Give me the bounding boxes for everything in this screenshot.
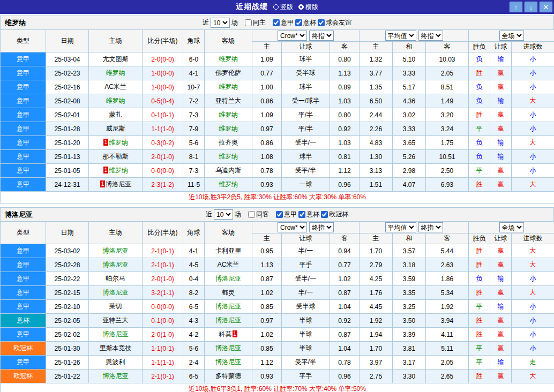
same-venue-filter[interactable]: 同主 — [245, 18, 266, 27]
column-header: 类型 — [1, 222, 46, 244]
team-name[interactable]: 都灵 — [222, 289, 235, 296]
match-row: 意甲25-01-051维罗纳0-0(0-0)7-3乌迪内斯0.78受平/半1.1… — [1, 164, 554, 178]
close-button[interactable]: ✕ — [540, 2, 552, 12]
team-name[interactable]: 维罗纳 — [219, 153, 238, 160]
team-name[interactable]: 博洛尼亚 — [215, 358, 241, 366]
view-option-vertical[interactable]: 竖版 — [273, 3, 293, 12]
scope-select[interactable]: 全场 — [499, 31, 524, 41]
team-name[interactable]: 科莫 — [219, 330, 232, 338]
match-date: 25-02-05 — [46, 314, 89, 328]
team-name[interactable]: 维罗纳 — [219, 83, 238, 91]
team-name[interactable]: 维罗纳 — [106, 69, 125, 77]
team-name[interactable]: 莱切 — [109, 303, 122, 310]
team-name[interactable]: 乌迪内斯 — [215, 167, 241, 174]
league-filter-serie-a[interactable]: 意甲 — [276, 210, 297, 219]
team-name[interactable]: 恩波利 — [106, 358, 125, 366]
team-name[interactable]: 佛罗伦萨 — [215, 69, 241, 77]
average-stage-select[interactable]: 终指 — [418, 222, 443, 232]
league-checkbox[interactable] — [295, 19, 302, 26]
team-name[interactable]: 尤文图斯 — [103, 55, 129, 63]
away-team-cell: 维罗纳 — [205, 80, 252, 94]
team-name[interactable]: 维罗纳 — [219, 180, 238, 188]
league-checkbox[interactable] — [276, 211, 283, 218]
match-date: 25-01-05 — [46, 164, 89, 178]
odds-value: 1.09 — [252, 108, 282, 122]
corner-count: 4-1 — [183, 244, 205, 258]
team-name[interactable]: 亚特兰大 — [103, 316, 129, 324]
bookmaker-stage-select[interactable]: 终指 — [309, 31, 334, 41]
summary-row: 近10场,胜3平2负5, 胜率:30% 让胜率:60% 大率:30% 单率:60… — [1, 192, 554, 203]
league-filter-friendly[interactable]: 球会友谊 — [318, 18, 351, 27]
league-filter-ucl[interactable]: 欧冠杯 — [321, 210, 348, 219]
league-checkbox[interactable] — [318, 19, 325, 26]
outcome-goals: 大 — [512, 258, 554, 272]
league-badge: 意甲 — [1, 136, 46, 150]
average-stage-select[interactable]: 终指 — [418, 31, 443, 41]
scroll-down-button[interactable]: ↓ — [525, 2, 537, 12]
team-name[interactable]: 博洛尼亚 — [215, 303, 241, 310]
home-team-cell: 帕尔马 — [89, 272, 143, 286]
team-name[interactable]: 博洛尼亚 — [215, 316, 241, 324]
team-name[interactable]: 博洛尼亚 — [103, 289, 129, 296]
team-name[interactable]: 威尼斯 — [106, 125, 125, 132]
odds-value: 1.13 — [330, 66, 360, 80]
team-name[interactable]: 维罗纳 — [109, 167, 128, 174]
team-name[interactable]: 维罗纳 — [106, 97, 125, 104]
team-name[interactable]: 博洛尼亚 — [215, 275, 241, 282]
league-filter-serie-a[interactable]: 意甲 — [273, 18, 294, 27]
team-name[interactable]: 博洛尼亚 — [106, 180, 131, 188]
same-venue-checkbox[interactable] — [248, 211, 255, 218]
odds-value: 6.50 — [360, 94, 393, 108]
team-name[interactable]: 里斯本竞技 — [100, 344, 132, 352]
match-count-select[interactable]: 10 — [211, 18, 230, 28]
league-filter-italy-cup[interactable]: 意杯 — [295, 18, 316, 27]
team-name[interactable]: 卡利亚里 — [215, 247, 241, 254]
view-option-label: 横版 — [305, 3, 318, 12]
scope-select[interactable]: 全场 — [499, 222, 524, 232]
team-name[interactable]: 维罗纳 — [219, 125, 238, 132]
average-select[interactable]: 平均值 — [385, 31, 416, 41]
team-name[interactable]: 维罗纳 — [219, 111, 238, 118]
team-name[interactable]: 维罗纳 — [219, 55, 238, 63]
bookmaker-select[interactable]: Crow* — [278, 31, 307, 41]
team-name[interactable]: 博洛尼亚 — [103, 372, 129, 380]
team-name[interactable]: 博洛尼亚 — [103, 330, 129, 338]
league-checkbox[interactable] — [321, 211, 328, 218]
match-row: 意甲25-01-13那不勒斯2-0(1-0)8-1维罗纳1.08球半0.811.… — [1, 150, 554, 164]
league-checkbox[interactable] — [273, 19, 280, 26]
average-select[interactable]: 平均值 — [385, 222, 416, 232]
bookmaker-stage-select[interactable]: 终指 — [309, 222, 334, 232]
team-name[interactable]: 维罗纳 — [109, 139, 128, 146]
bookmaker-select[interactable]: Crow* — [278, 222, 307, 232]
sub-column-header: 客 — [426, 42, 469, 52]
team-name[interactable]: 蒙扎 — [109, 111, 122, 118]
match-count-select[interactable]: 10 — [214, 209, 233, 220]
league-badge: 意甲 — [1, 52, 46, 66]
same-venue-filter[interactable]: 同客 — [248, 210, 269, 219]
sub-column-header: 胜负 — [469, 42, 490, 52]
team-name[interactable]: 那不勒斯 — [103, 153, 129, 160]
league-filter-italy-cup[interactable]: 意杯 — [298, 210, 319, 219]
team-name[interactable]: 拉齐奥 — [219, 139, 238, 146]
match-score: 0-0(0-0) — [143, 300, 183, 314]
view-option-horizontal[interactable]: 横版 — [298, 3, 318, 12]
outcome-goals: 小 — [512, 164, 554, 178]
match-rows: 意甲25-03-04尤文图斯2-0(0-0)6-0维罗纳1.09球半0.801.… — [1, 52, 554, 192]
team-name[interactable]: AC米兰 — [218, 261, 239, 268]
scroll-up-button[interactable]: ↑ — [510, 2, 522, 12]
team-name[interactable]: 帕尔马 — [106, 275, 125, 282]
same-venue-checkbox[interactable] — [245, 19, 252, 26]
away-team-cell: AC米兰 — [205, 258, 252, 272]
sub-column-header: 主 — [360, 42, 393, 52]
league-checkbox[interactable] — [298, 211, 305, 218]
odds-value: 0.78 — [330, 356, 360, 370]
team-name[interactable]: AC米兰 — [104, 83, 126, 91]
team-name[interactable]: 博洛尼亚 — [215, 344, 241, 352]
team-name[interactable]: 多特蒙德 — [215, 372, 241, 380]
match-score: 1-1(0-1) — [143, 342, 183, 356]
near-label: 近 — [203, 18, 209, 27]
corner-count: 4-3 — [183, 314, 205, 328]
team-name[interactable]: 博洛尼亚 — [103, 247, 129, 254]
team-name[interactable]: 博洛尼亚 — [103, 261, 129, 268]
team-name[interactable]: 亚特兰大 — [215, 97, 241, 104]
